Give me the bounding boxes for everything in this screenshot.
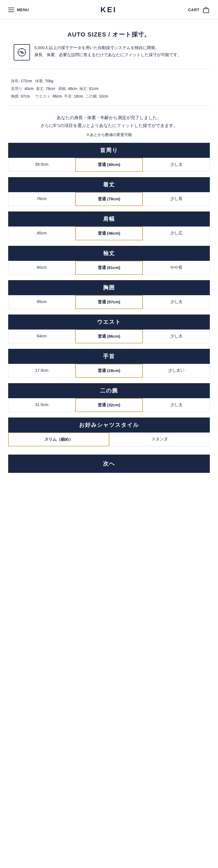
selector-header-style: お好みシャツスタイル [8, 417, 210, 433]
menu-button[interactable]: MENU [8, 8, 29, 12]
cart-button[interactable]: CART [188, 6, 210, 13]
cart-label: CART [188, 8, 199, 12]
selector-header-sleeve: 袖丈 [8, 246, 210, 261]
selector-options-chest: 95cm普通 (97cm)少し太 [8, 295, 210, 309]
intro-note: ※あとから数値の変更可能 [8, 132, 210, 137]
selector-header-length: 着丈 [8, 177, 210, 192]
measurements-section: 身長: 172cm 体重: 70kg 首周り: 40cm 着丈: 78cm 肩幅… [8, 69, 210, 106]
selector-option-sleeve-0[interactable]: 60cm [8, 261, 75, 275]
height-item: 身長: 172cm 体重: 70kg [11, 77, 54, 85]
measurements-grid: 身長: 172cm 体重: 70kg 首周り: 40cm 着丈: 78cm 肩幅… [11, 77, 207, 100]
auto-sizes-svg [17, 47, 27, 58]
selector-option-chest-2[interactable]: 少し太 [143, 295, 210, 309]
selector-option-waist-1[interactable]: 普通 (86cm) [75, 330, 143, 343]
svg-rect-0 [203, 9, 209, 13]
auto-sizes-section: AUTO SIZES / オート採寸。 5,000人以上の採寸データを用いた自動… [8, 20, 210, 69]
selector-option-upper_arm-2[interactable]: 少し太 [143, 398, 210, 412]
selector-options-neck: 39.5cm普通 (40cm)少し太 [8, 158, 210, 172]
selector-option-neck-0[interactable]: 39.5cm [8, 158, 75, 172]
selector-option-upper_arm-1[interactable]: 普通 (32cm) [75, 398, 143, 412]
selector-option-shoulder-0[interactable]: 45cm [8, 226, 75, 240]
selector-option-shoulder-2[interactable]: 少し広 [143, 226, 210, 240]
selectors-container: 首周り39.5cm普通 (40cm)少し太着丈76cm普通 (78cm)少し長肩… [8, 143, 210, 446]
selector-header-shoulder: 肩幅 [8, 212, 210, 226]
measurements-row-3: 胸囲: 97cm ウエスト: 86cm 手首: 18cm 二の腕: 32cm [11, 92, 207, 100]
neck-item: 首周り: 40cm 着丈: 78cm 肩幅: 46cm 袖丈: 61cm [11, 85, 98, 92]
selector-option-chest-0[interactable]: 95cm [8, 295, 75, 309]
auto-sizes-icon [13, 44, 30, 61]
auto-sizes-description: 5,000人以上の採寸データを用いた自動採寸システムを独自に開発。 身長、体重、… [34, 44, 182, 58]
selector-section-waist: ウエスト84cm普通 (86cm)少し太 [8, 314, 210, 343]
main-content: AUTO SIZES / オート採寸。 5,000人以上の採寸データを用いた自動… [0, 20, 218, 489]
next-button[interactable]: 次へ [8, 455, 210, 473]
auto-sizes-body: 5,000人以上の採寸データを用いた自動採寸システムを独自に開発。 身長、体重、… [13, 44, 205, 61]
selector-options-length: 76cm普通 (78cm)少し長 [8, 192, 210, 206]
cart-icon [202, 6, 210, 13]
chest-item: 胸囲: 97cm ウエスト: 86cm 手首: 18cm 二の腕: 32cm [11, 92, 108, 100]
selector-option-neck-1[interactable]: 普通 (40cm) [75, 158, 143, 172]
selector-option-style-1[interactable]: スタンダ [109, 433, 210, 446]
selector-section-chest: 胸囲95cm普通 (97cm)少し太 [8, 280, 210, 309]
selector-option-sleeve-1[interactable]: 普通 (61cm) [75, 261, 143, 275]
selector-option-length-1[interactable]: 普通 (78cm) [75, 192, 143, 206]
selector-header-upper_arm: 二の腕 [8, 383, 210, 398]
intro-text: あなたの身長・体重・年齢から測定が完了しました。 さらに8つの項目を選ぶとよりあ… [8, 106, 210, 132]
selector-section-length: 着丈76cm普通 (78cm)少し長 [8, 177, 210, 206]
selector-option-chest-1[interactable]: 普通 (97cm) [75, 295, 143, 309]
selector-option-sleeve-2[interactable]: やや長 [143, 261, 210, 275]
selector-section-upper_arm: 二の腕31.5cm普通 (32cm)少し太 [8, 383, 210, 412]
selector-section-neck: 首周り39.5cm普通 (40cm)少し太 [8, 143, 210, 172]
selector-options-wrist: 17.5cm普通 (18cm)少し太い [8, 364, 210, 378]
selector-header-wrist: 手首 [8, 349, 210, 364]
hamburger-icon [8, 8, 14, 12]
selector-option-neck-2[interactable]: 少し太 [143, 158, 210, 172]
selector-section-shoulder: 肩幅45cm普通 (46cm)少し広 [8, 212, 210, 240]
selector-option-style-0[interactable]: スリム（細め） [8, 433, 109, 446]
selector-section-wrist: 手首17.5cm普通 (18cm)少し太い [8, 349, 210, 378]
selector-options-upper_arm: 31.5cm普通 (32cm)少し太 [8, 398, 210, 412]
selector-section-style: お好みシャツスタイルスリム（細め）スタンダ [8, 417, 210, 446]
selector-options-sleeve: 60cm普通 (61cm)やや長 [8, 261, 210, 275]
selector-option-wrist-0[interactable]: 17.5cm [8, 364, 75, 378]
measurements-row-1: 身長: 172cm 体重: 70kg [11, 77, 207, 85]
selector-section-sleeve: 袖丈60cm普通 (61cm)やや長 [8, 246, 210, 275]
selector-options-waist: 84cm普通 (86cm)少し太 [8, 330, 210, 343]
header: MENU KEI CART [0, 0, 218, 20]
selector-options-style: スリム（細め）スタンダ [8, 433, 210, 446]
selector-option-upper_arm-0[interactable]: 31.5cm [8, 398, 75, 412]
selector-header-chest: 胸囲 [8, 280, 210, 295]
selector-header-waist: ウエスト [8, 314, 210, 330]
selector-option-shoulder-1[interactable]: 普通 (46cm) [75, 226, 143, 240]
selector-option-wrist-2[interactable]: 少し太い [143, 364, 210, 378]
menu-label: MENU [17, 8, 29, 12]
selector-option-length-2[interactable]: 少し長 [143, 192, 210, 206]
selector-option-wrist-1[interactable]: 普通 (18cm) [75, 364, 143, 378]
selector-option-waist-0[interactable]: 84cm [8, 330, 75, 343]
selector-option-waist-2[interactable]: 少し太 [143, 330, 210, 343]
logo: KEI [100, 5, 117, 14]
measurements-row-2: 首周り: 40cm 着丈: 78cm 肩幅: 46cm 袖丈: 61cm [11, 85, 207, 92]
selector-option-length-0[interactable]: 76cm [8, 192, 75, 206]
selector-header-neck: 首周り [8, 143, 210, 158]
auto-sizes-title: AUTO SIZES / オート採寸。 [13, 31, 205, 39]
selector-options-shoulder: 45cm普通 (46cm)少し広 [8, 226, 210, 240]
